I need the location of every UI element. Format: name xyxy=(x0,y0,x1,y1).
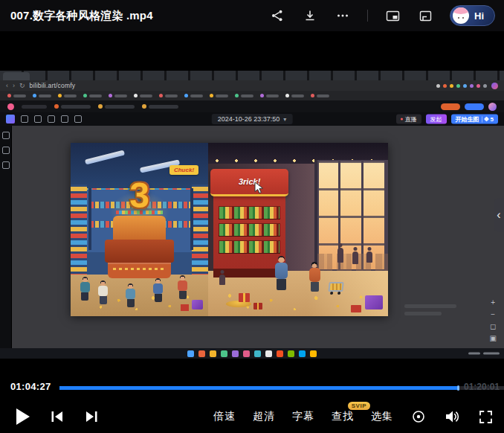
share-button[interactable] xyxy=(269,7,285,24)
fullscreen-button[interactable] xyxy=(477,408,494,425)
editor-tool-icons xyxy=(6,115,82,124)
taskbar-app-icon xyxy=(210,350,216,357)
video-surface[interactable]: ‹ › ↻ bilibili.art/comfy xyxy=(0,71,504,359)
speed-button[interactable]: 倍速 xyxy=(213,410,236,423)
user-account-button[interactable]: Hi xyxy=(450,5,495,26)
artwork-left-panel: 3 Chuck! xyxy=(71,143,208,316)
launch-pill: 发起 xyxy=(426,115,447,124)
bookmark-item xyxy=(235,94,253,97)
forward-icon: › xyxy=(13,83,15,89)
titlebar-actions: Hi xyxy=(269,5,504,26)
back-icon: ‹ xyxy=(6,83,8,89)
share-icon xyxy=(271,9,284,22)
taskbar-app-icon xyxy=(288,350,294,357)
bookmark-item xyxy=(33,94,51,97)
cast-screen-button[interactable] xyxy=(417,7,433,24)
workflow-selector: 2024-10-26 23:37:50 ▾ xyxy=(212,114,293,124)
shelf-row xyxy=(219,223,280,237)
workflow-icon xyxy=(6,115,15,124)
gift-box xyxy=(253,303,262,309)
quality-button[interactable]: 超清 xyxy=(253,410,275,423)
episodes-button[interactable]: 选集 xyxy=(371,410,393,423)
big-number-sign: 3 xyxy=(129,178,149,214)
speaker-icon xyxy=(445,410,459,423)
more-button[interactable] xyxy=(335,7,351,24)
play-button[interactable] xyxy=(15,408,31,425)
site-nav-placeholder xyxy=(22,105,47,109)
taskbar-app-icon xyxy=(310,350,317,357)
taskbar-app-icon xyxy=(299,350,306,357)
playlist-drawer-handle[interactable]: ‹ xyxy=(494,198,504,232)
save-icon xyxy=(34,115,42,123)
fit-view-icon: ◻ xyxy=(490,323,497,330)
background-figure xyxy=(219,275,225,285)
artwork-right-panel: 3rick! xyxy=(208,143,388,316)
background-figure xyxy=(366,251,372,263)
shelf-row xyxy=(219,206,280,219)
taskbar-app-icon xyxy=(277,350,283,357)
background-figure xyxy=(352,251,358,264)
shopper-figure xyxy=(80,277,90,301)
aperture-icon xyxy=(411,409,426,424)
bookmark-item xyxy=(210,94,228,97)
gift-box xyxy=(239,293,250,302)
account-chip xyxy=(98,104,135,109)
chevron-down-icon: ▾ xyxy=(283,116,286,123)
reload-icon: ↻ xyxy=(19,83,25,89)
kiosk-front xyxy=(108,263,171,278)
kiosk-backboard xyxy=(113,216,165,240)
duration-time: 01:20:01 xyxy=(464,382,500,392)
windows-taskbar xyxy=(0,348,504,359)
left-store-sign: Chuck! xyxy=(169,165,198,175)
taskbar-app-icon xyxy=(187,350,194,357)
taskbar-app-icon xyxy=(254,350,261,357)
pip-button[interactable] xyxy=(384,7,401,24)
previous-button[interactable] xyxy=(49,408,65,425)
titlebar-divider xyxy=(367,10,368,22)
volume-button[interactable] xyxy=(444,408,460,425)
open-icon xyxy=(21,115,28,123)
next-button[interactable] xyxy=(83,408,100,425)
site-user-avatar xyxy=(488,103,497,111)
record-gif-button[interactable] xyxy=(410,408,427,425)
bookmark-item xyxy=(7,94,26,97)
gallery-icon xyxy=(2,161,10,169)
fullscreen-icon xyxy=(479,410,493,424)
workflow-name: 2024-10-26 23:37:50 xyxy=(218,115,280,123)
progress-bar[interactable] xyxy=(59,386,504,390)
grid-icon: ▣ xyxy=(490,335,497,342)
shopper-figure xyxy=(126,283,135,307)
side-shelf xyxy=(192,185,208,278)
canvas-zoom-tools: + − ◻ ▣ xyxy=(490,299,497,342)
editor-toolbar: 2024-10-26 23:37:50 ▾ 直播 发起 开始生图 5 xyxy=(0,112,504,126)
address-url: bilibili.art/comfy xyxy=(30,82,76,89)
shopping-cart xyxy=(328,282,343,292)
shopper-figure xyxy=(153,278,163,302)
shelf-row xyxy=(219,240,280,254)
zoom-out-icon: − xyxy=(490,311,497,318)
extension-icons xyxy=(436,84,487,88)
undo-icon xyxy=(48,115,55,123)
subtitles-button[interactable]: 字幕 xyxy=(292,410,314,423)
player-controls: 倍速 超清 字幕 查找 SVIP 选集 xyxy=(0,400,504,433)
settings-icon xyxy=(74,115,82,123)
zoom-in-icon: + xyxy=(490,299,497,307)
browser-toolbar: ‹ › ↻ bilibili.art/comfy xyxy=(0,80,504,91)
menu-icon xyxy=(2,132,10,139)
editor-canvas: 3 Chuck! 3rick! xyxy=(12,126,504,348)
search-in-video-button[interactable]: 查找 SVIP xyxy=(332,410,354,423)
live-pill: 直播 xyxy=(396,115,421,124)
nodes-icon xyxy=(2,147,10,154)
bookmark-item xyxy=(134,94,152,97)
redo-icon xyxy=(61,115,68,123)
sunset-window xyxy=(314,160,388,271)
progress-section: 01:04:27 01:20:01 xyxy=(0,376,504,397)
picture-in-picture-icon xyxy=(386,10,400,22)
taskbar-app-icon xyxy=(232,350,239,357)
titlebar: 007.数字各种风格渲染 .mp4 xyxy=(0,0,504,31)
bookmark-item xyxy=(159,94,178,97)
play-icon xyxy=(16,408,30,426)
bookmark-item xyxy=(58,94,77,97)
download-button[interactable] xyxy=(302,7,318,24)
bookmark-item xyxy=(311,94,329,97)
